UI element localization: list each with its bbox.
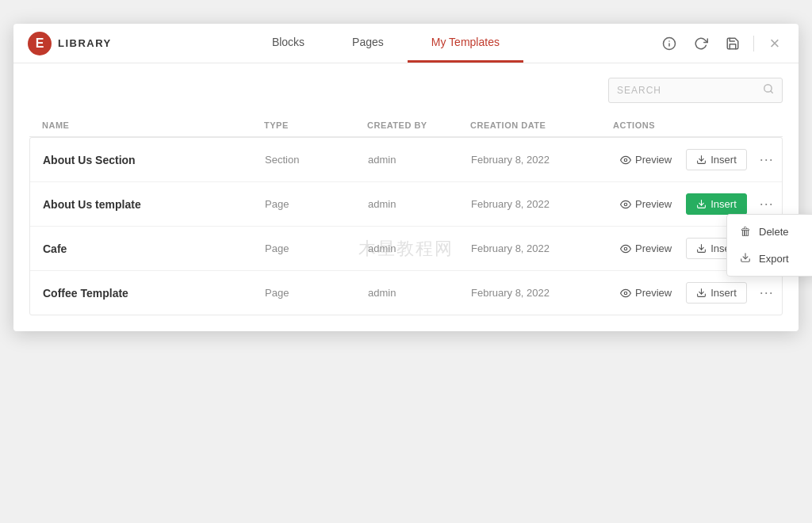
- row-actions: Preview Insert ···: [614, 282, 779, 303]
- row-type: Page: [265, 198, 368, 210]
- save-button[interactable]: [722, 32, 744, 55]
- tabs-area: Blocks Pages My Templates: [126, 24, 645, 63]
- info-button[interactable]: [658, 32, 680, 55]
- table-container: NAME TYPE CREATED BY CREATION DATE ACTIO…: [13, 114, 799, 331]
- logo-area: E LIBRARY: [13, 32, 126, 55]
- svg-line-4: [771, 91, 773, 94]
- preview-label: Preview: [635, 154, 672, 166]
- svg-point-12: [624, 292, 627, 295]
- table-row: Cafe Page admin February 8, 2022 Preview…: [30, 227, 782, 271]
- svg-point-7: [624, 203, 627, 206]
- svg-point-10: [624, 247, 627, 250]
- close-button[interactable]: ×: [764, 32, 786, 55]
- search-box: [608, 78, 783, 103]
- col-type: TYPE: [264, 120, 367, 130]
- row-date: February 8, 2022: [471, 242, 614, 254]
- row-created-by: admin: [368, 242, 471, 254]
- refresh-button[interactable]: [690, 32, 712, 55]
- row-name: About Us template: [43, 198, 265, 211]
- tab-pages[interactable]: Pages: [328, 24, 408, 63]
- dropdown-menu: 🗑 Delete Export: [726, 214, 812, 277]
- row-actions: Preview Insert ···: [614, 149, 779, 170]
- row-created-by: admin: [368, 287, 471, 299]
- col-actions: ACTIONS: [613, 120, 770, 130]
- preview-button[interactable]: Preview: [614, 151, 678, 169]
- preview-button[interactable]: Preview: [614, 284, 678, 302]
- row-type: Section: [265, 154, 368, 166]
- row-name: Coffee Template: [43, 287, 265, 300]
- insert-label: Insert: [710, 198, 737, 210]
- insert-button[interactable]: Insert: [686, 282, 747, 303]
- insert-button[interactable]: Insert: [686, 149, 747, 170]
- tab-blocks[interactable]: Blocks: [248, 24, 328, 63]
- delete-icon: 🗑: [740, 225, 751, 238]
- row-date: February 8, 2022: [471, 198, 614, 210]
- library-modal: E LIBRARY Blocks Pages My Templates ×: [13, 24, 799, 331]
- dropdown-delete[interactable]: 🗑 Delete: [727, 218, 812, 245]
- row-created-by: admin: [368, 198, 471, 210]
- more-button[interactable]: ···: [755, 150, 779, 170]
- row-type: Page: [265, 287, 368, 299]
- table-row: About Us template Page admin February 8,…: [30, 182, 782, 227]
- tab-my-templates[interactable]: My Templates: [408, 24, 523, 63]
- dropdown-export[interactable]: Export: [727, 245, 812, 273]
- preview-button[interactable]: Preview: [614, 195, 678, 213]
- col-created-by: CREATED BY: [367, 120, 470, 130]
- insert-label: Insert: [710, 154, 737, 166]
- table-row: About Us Section Section admin February …: [30, 138, 782, 182]
- table-row: Coffee Template Page admin February 8, 2…: [30, 271, 782, 315]
- more-button[interactable]: ···: [755, 283, 779, 303]
- row-name: About Us Section: [43, 154, 265, 166]
- table-header: NAME TYPE CREATED BY CREATION DATE ACTIO…: [29, 114, 783, 137]
- row-date: February 8, 2022: [471, 287, 614, 299]
- row-type: Page: [265, 242, 368, 254]
- header-divider: [753, 36, 754, 52]
- delete-label: Delete: [759, 226, 789, 238]
- more-button[interactable]: ···: [755, 194, 779, 214]
- insert-label: Insert: [710, 287, 737, 299]
- col-creation-date: CREATION DATE: [470, 120, 613, 130]
- row-date: February 8, 2022: [471, 154, 614, 166]
- modal-header: E LIBRARY Blocks Pages My Templates ×: [13, 24, 799, 63]
- preview-label: Preview: [635, 242, 672, 254]
- col-name: NAME: [42, 120, 264, 130]
- export-icon: [740, 252, 751, 265]
- search-input[interactable]: [617, 85, 758, 96]
- preview-label: Preview: [635, 198, 672, 210]
- preview-label: Preview: [635, 287, 672, 299]
- search-icon: [763, 83, 774, 97]
- insert-button-green[interactable]: Insert: [686, 193, 747, 215]
- preview-button[interactable]: Preview: [614, 239, 678, 258]
- logo-text: LIBRARY: [58, 37, 112, 49]
- row-actions: Preview Insert ··· 🗑 Delete: [614, 193, 779, 215]
- row-created-by: admin: [368, 154, 471, 166]
- logo-icon: E: [28, 32, 52, 55]
- export-label: Export: [759, 253, 789, 265]
- search-area: [13, 63, 799, 114]
- row-name: Cafe: [43, 242, 265, 255]
- table-body: About Us Section Section admin February …: [29, 137, 783, 315]
- header-actions: ×: [645, 32, 799, 55]
- svg-point-5: [624, 158, 627, 162]
